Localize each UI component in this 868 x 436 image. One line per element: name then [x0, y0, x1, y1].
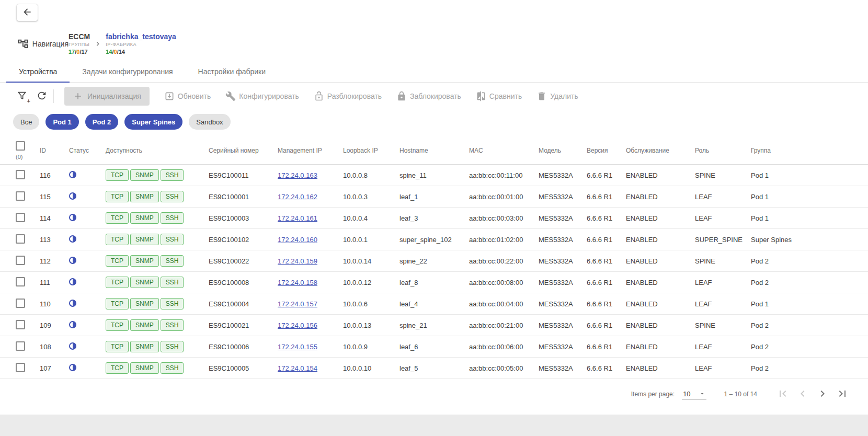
management-ip-link[interactable]: 172.24.0.162 [278, 193, 317, 201]
status-half-circle-icon [69, 235, 76, 243]
first-page-button[interactable] [776, 387, 790, 401]
configure-button[interactable]: Конфигурировать [225, 91, 299, 101]
availability-badge-tcp: TCP [106, 341, 129, 352]
row-checkbox[interactable] [16, 341, 25, 351]
cell-availability: TCPSNMPSSH [104, 186, 207, 208]
row-checkbox[interactable] [16, 320, 25, 329]
row-checkbox[interactable] [16, 277, 25, 286]
navigation-label: Навигация [32, 40, 68, 48]
initialize-button[interactable]: Инициализация [64, 87, 150, 106]
top-bar [0, 0, 868, 25]
availability-badge-ssh: SSH [161, 255, 184, 267]
management-ip-link[interactable]: 172.24.0.163 [278, 171, 317, 179]
table-row[interactable]: 108 TCPSNMPSSH ES9C100006 172.24.0.155 1… [0, 336, 868, 358]
cell-serial: ES9C100102 [207, 229, 276, 250]
select-all-checkbox[interactable] [16, 141, 25, 151]
refresh-button[interactable] [36, 90, 48, 102]
cell-serial: ES9C100022 [207, 250, 276, 272]
management-ip-link[interactable]: 172.24.0.159 [278, 257, 317, 265]
table-row[interactable]: 109 TCPSNMPSSH ES9C100021 172.24.0.156 1… [0, 315, 868, 336]
cell-version: 6.6.6 R1 [585, 315, 624, 336]
table-row[interactable]: 110 TCPSNMPSSH ES9C100004 172.24.0.157 1… [0, 293, 868, 315]
cell-id: 109 [38, 315, 67, 336]
status-half-circle-icon [69, 192, 76, 200]
filter-chip-pod-1[interactable]: Pod 1 [45, 114, 78, 130]
breadcrumb-root[interactable]: ECCM ГРУППЫ 17/0/17 [68, 32, 90, 55]
cell-version: 6.6.6 R1 [585, 272, 624, 293]
row-checkbox[interactable] [16, 213, 25, 222]
cell-version: 6.6.6 R1 [585, 293, 624, 315]
cell-id: 108 [38, 336, 67, 358]
last-page-button[interactable] [836, 387, 849, 401]
row-checkbox[interactable] [16, 256, 25, 265]
cell-model: MES5332A [536, 250, 585, 272]
breadcrumb-current-fabric[interactable]: fabrichka_testovaya IP-ФАБРИКА 14/0/14 [106, 32, 176, 55]
status-half-circle-icon [69, 364, 76, 371]
table-row[interactable]: 107 TCPSNMPSSH ES9C100005 172.24.0.154 1… [0, 358, 868, 379]
cell-availability: TCPSNMPSSH [104, 272, 207, 293]
row-checkbox[interactable] [16, 234, 25, 244]
compare-button[interactable]: Сравнить [476, 91, 522, 101]
previous-page-button[interactable] [796, 387, 809, 401]
row-checkbox[interactable] [16, 299, 25, 308]
page-size-select[interactable]: 10 [682, 389, 706, 400]
cell-management-ip: 172.24.0.158 [276, 272, 341, 293]
column-version: Версия [585, 137, 624, 165]
management-ip-link[interactable]: 172.24.0.156 [278, 322, 317, 329]
filter-chip-pod-2[interactable]: Pod 2 [85, 114, 118, 130]
filter-chip-all[interactable]: Все [13, 114, 39, 130]
unblock-button[interactable]: Разблокировать [314, 91, 382, 101]
first-page-icon [776, 394, 789, 401]
table-row[interactable]: 113 TCPSNMPSSH ES9C100102 172.24.0.160 1… [0, 229, 868, 250]
cell-loopback-ip: 10.0.0.13 [341, 315, 397, 336]
management-ip-link[interactable]: 172.24.0.161 [278, 214, 317, 222]
wrench-icon [225, 91, 236, 101]
cell-hostname: super_spine_102 [397, 229, 467, 250]
row-checkbox[interactable] [16, 170, 25, 179]
availability-badge-snmp: SNMP [130, 169, 159, 181]
items-per-page-label: Items per page: [631, 391, 675, 398]
cell-management-ip: 172.24.0.156 [276, 315, 341, 336]
table-row[interactable]: 114 TCPSNMPSSH ES9C100003 172.24.0.161 1… [0, 208, 868, 229]
update-button[interactable]: Обновить [164, 91, 211, 101]
breadcrumb-current-subtitle: IP-ФАБРИКА [106, 42, 176, 48]
availability-badge-snmp: SNMP [130, 255, 159, 267]
cell-mac: aa:bb:cc:00:11:00 [467, 165, 536, 186]
cell-loopback-ip: 10.0.0.10 [341, 358, 397, 379]
tab-devices[interactable]: Устройства [6, 62, 70, 83]
cell-id: 115 [38, 186, 67, 208]
column-mac: MAC [467, 137, 536, 165]
tab-fabric-settings[interactable]: Настройки фабрики [186, 62, 278, 83]
availability-badge-tcp: TCP [106, 169, 129, 181]
table-row[interactable]: 111 TCPSNMPSSH ES9C100008 172.24.0.158 1… [0, 272, 868, 293]
status-half-circle-icon [69, 321, 76, 328]
table-row[interactable]: 116 TCPSNMPSSH ES9C100011 172.24.0.163 1… [0, 165, 868, 186]
table-row[interactable]: 115 TCPSNMPSSH ES9C100001 172.24.0.162 1… [0, 186, 868, 208]
management-ip-link[interactable]: 172.24.0.160 [278, 236, 317, 244]
last-page-icon [836, 394, 849, 401]
availability-badge-ssh: SSH [161, 234, 184, 245]
filter-button[interactable]: + [16, 90, 28, 102]
filter-chip-super-spines[interactable]: Super Spines [124, 114, 182, 130]
filter-chip-sandbox[interactable]: Sandbox [189, 114, 230, 130]
next-page-button[interactable] [816, 387, 829, 401]
table-row[interactable]: 112 TCPSNMPSSH ES9C100022 172.24.0.159 1… [0, 250, 868, 272]
management-ip-link[interactable]: 172.24.0.155 [278, 343, 317, 351]
tab-config-tasks[interactable]: Задачи конфигурирования [70, 62, 185, 83]
availability-badge-snmp: SNMP [130, 191, 159, 202]
navigation-menu-button[interactable]: Навигация [17, 38, 68, 50]
back-button[interactable] [17, 4, 38, 21]
cell-availability: TCPSNMPSSH [104, 293, 207, 315]
delete-button[interactable]: Удалить [536, 91, 578, 101]
column-group: Группа [749, 137, 868, 165]
management-ip-link[interactable]: 172.24.0.157 [278, 300, 317, 308]
block-button[interactable]: Заблокировать [396, 91, 461, 101]
row-checkbox[interactable] [16, 363, 25, 372]
management-ip-link[interactable]: 172.24.0.158 [278, 279, 317, 286]
row-checkbox[interactable] [16, 191, 25, 201]
cell-group: Pod 2 [749, 336, 868, 358]
status-half-circle-icon [69, 257, 76, 264]
cell-serial: ES9C100006 [207, 336, 276, 358]
management-ip-link[interactable]: 172.24.0.154 [278, 364, 317, 372]
compare-icon [476, 91, 486, 101]
